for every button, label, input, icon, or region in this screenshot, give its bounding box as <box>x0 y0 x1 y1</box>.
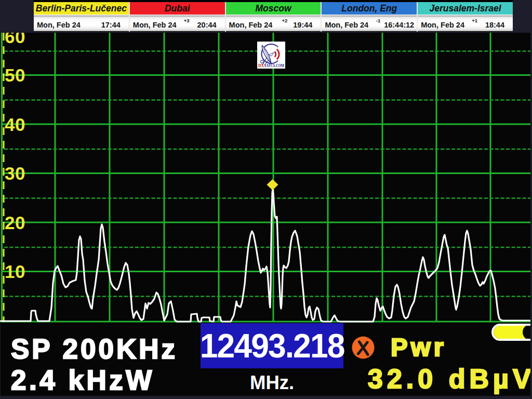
svg-text:10: 10 <box>5 261 25 282</box>
svg-text:SATCS.COM: SATCS.COM <box>264 63 285 68</box>
svg-text:50: 50 <box>5 65 25 85</box>
svg-text:20: 20 <box>5 212 25 233</box>
svg-text:40: 40 <box>5 114 25 135</box>
svg-text:DX: DX <box>258 63 264 68</box>
svg-text:30: 30 <box>5 163 25 183</box>
